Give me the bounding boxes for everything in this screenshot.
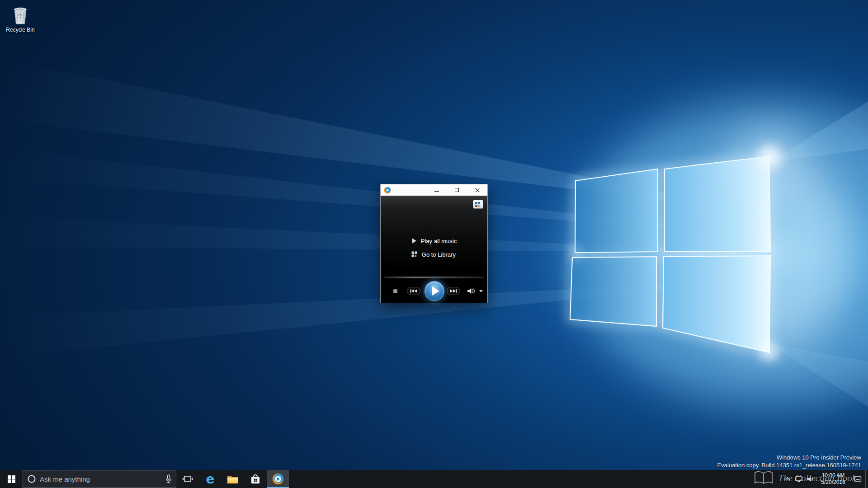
stop-button[interactable] — [391, 286, 400, 296]
network-tray-button[interactable] — [793, 470, 805, 488]
system-tray: 10:00 AM 5/20/2016 — [782, 470, 868, 488]
play-button[interactable] — [425, 281, 444, 301]
minimize-icon — [434, 191, 439, 192]
wmp-app-icon — [384, 187, 391, 194]
close-icon — [475, 188, 480, 192]
next-icon — [447, 287, 460, 295]
wmp-taskbar-button[interactable] — [267, 470, 289, 488]
close-button[interactable] — [467, 184, 487, 196]
recycle-bin-label: Recycle Bin — [6, 27, 34, 33]
play-button-icon — [425, 282, 444, 300]
library-icon — [411, 251, 418, 258]
action-center-icon — [854, 475, 862, 483]
next-button[interactable] — [447, 287, 460, 295]
chevron-down-icon — [479, 290, 483, 292]
recycle-bin-icon — [10, 4, 31, 25]
show-hidden-icons-button[interactable] — [782, 470, 793, 488]
maximize-icon — [455, 188, 459, 192]
mute-button[interactable] — [466, 287, 477, 295]
wmp-window: Play all music Go to Library — [380, 184, 488, 303]
cortana-icon — [27, 474, 36, 483]
stop-icon — [393, 289, 397, 293]
clock-time: 10:00 AM — [822, 472, 845, 479]
taskbar: e — [0, 470, 868, 488]
more-options-button[interactable] — [477, 287, 485, 295]
edge-button[interactable]: e — [199, 470, 221, 488]
wmp-menu: Play all music Go to Library — [381, 236, 487, 259]
svg-text:e: e — [206, 472, 215, 487]
folder-icon — [227, 474, 239, 484]
seek-bar[interactable] — [384, 277, 484, 278]
wmp-now-playing: Play all music Go to Library — [381, 196, 487, 303]
maximize-button[interactable] — [447, 184, 467, 196]
play-icon — [411, 238, 417, 244]
desktop: Recycle Bin — [0, 0, 868, 488]
wmp-caption-buttons — [426, 184, 487, 196]
windows-logo-icon — [8, 475, 15, 483]
wmp-icon — [272, 473, 284, 485]
switch-to-library-button[interactable] — [473, 200, 483, 209]
clock-date: 5/20/2016 — [821, 479, 845, 486]
action-center-button[interactable] — [850, 470, 865, 488]
switch-to-library-icon — [475, 202, 481, 207]
play-all-music-label: Play all music — [421, 238, 457, 244]
task-view-icon — [182, 474, 193, 483]
play-all-music-item[interactable]: Play all music — [411, 236, 457, 246]
volume-tray-button[interactable] — [805, 470, 816, 488]
clock[interactable]: 10:00 AM 5/20/2016 — [816, 470, 850, 488]
wmp-titlebar[interactable] — [381, 184, 487, 196]
edge-icon: e — [204, 473, 217, 485]
show-desktop-button[interactable] — [865, 470, 868, 488]
search-input[interactable] — [40, 475, 162, 483]
file-explorer-button[interactable] — [222, 470, 244, 488]
microphone-icon[interactable] — [165, 474, 172, 483]
store-bag-icon — [250, 473, 261, 485]
minimize-button[interactable] — [426, 184, 447, 196]
speaker-icon — [467, 288, 476, 294]
recycle-bin[interactable]: Recycle Bin — [3, 4, 38, 33]
ethernet-icon — [795, 476, 803, 483]
go-to-library-label: Go to Library — [422, 251, 456, 258]
start-button[interactable] — [0, 470, 22, 488]
store-button[interactable] — [245, 470, 266, 488]
speaker-tray-icon — [807, 476, 814, 482]
previous-button[interactable] — [407, 287, 420, 295]
go-to-library-item[interactable]: Go to Library — [411, 249, 456, 259]
previous-icon — [407, 287, 420, 295]
search-box[interactable] — [23, 470, 176, 488]
chevron-up-icon — [785, 477, 790, 481]
task-view-button[interactable] — [177, 470, 198, 488]
